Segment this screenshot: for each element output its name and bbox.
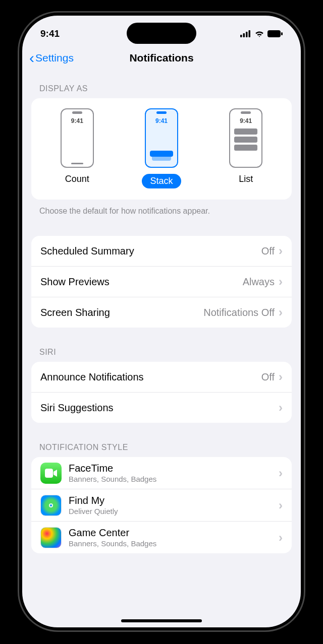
app-row-findmy[interactable]: Find My Deliver Quietly › <box>31 489 292 522</box>
dynamic-island <box>127 23 196 44</box>
findmy-icon <box>40 495 62 516</box>
count-preview-icon: 9:41 <box>61 108 94 168</box>
facetime-icon <box>40 463 62 484</box>
display-as-header: DISPLAY AS <box>39 84 292 93</box>
row-siri-suggestions[interactable]: Siri Suggestions › <box>31 393 292 423</box>
back-label: Settings <box>35 52 74 64</box>
svg-rect-5 <box>281 32 283 35</box>
cellular-icon <box>240 30 251 37</box>
row-announce-notifications[interactable]: Announce Notifications Off › <box>31 362 292 393</box>
row-scheduled-summary[interactable]: Scheduled Summary Off › <box>31 236 292 267</box>
display-option-stack[interactable]: 9:41 Stack <box>142 108 181 188</box>
back-button[interactable]: ‹ Settings <box>29 52 74 64</box>
row-value: Notifications Off <box>203 307 275 318</box>
stack-preview-icon: 9:41 <box>145 108 178 168</box>
app-name: FaceTime <box>69 462 279 475</box>
home-indicator[interactable] <box>121 619 202 622</box>
chevron-right-icon: › <box>279 370 283 384</box>
svg-rect-2 <box>246 32 248 37</box>
status-time: 9:41 <box>40 28 60 39</box>
screen: 9:41 ‹ Settings <box>22 16 301 627</box>
row-value: Off <box>261 245 275 257</box>
row-label: Show Previews <box>40 276 243 288</box>
chevron-right-icon: › <box>279 401 283 415</box>
svg-rect-3 <box>249 30 251 37</box>
app-name: Game Center <box>69 527 279 539</box>
chevron-right-icon: › <box>279 305 283 319</box>
chevron-right-icon: › <box>279 275 283 289</box>
row-label: Announce Notifications <box>40 371 261 383</box>
option-label-count: Count <box>65 174 89 184</box>
gamecenter-icon <box>40 527 62 548</box>
display-footer: Choose the default for how notifications… <box>39 207 284 216</box>
chevron-right-icon: › <box>279 244 283 258</box>
app-sub: Deliver Quietly <box>69 507 279 516</box>
row-show-previews[interactable]: Show Previews Always › <box>31 267 292 297</box>
row-label: Siri Suggestions <box>40 402 275 414</box>
chevron-left-icon: ‹ <box>29 53 34 63</box>
app-sub: Banners, Sounds, Badges <box>69 539 279 548</box>
svg-rect-0 <box>240 35 242 37</box>
svg-rect-6 <box>45 469 53 478</box>
list-preview-icon: 9:41 <box>229 108 262 168</box>
display-option-list[interactable]: 9:41 List <box>229 108 262 188</box>
siri-header: SIRI <box>39 348 292 357</box>
svg-point-8 <box>50 504 52 506</box>
row-label: Screen Sharing <box>40 307 203 318</box>
phone-frame: 9:41 ‹ Settings <box>12 5 311 638</box>
chevron-right-icon: › <box>279 498 283 512</box>
row-value: Always <box>243 276 275 288</box>
battery-icon <box>267 30 283 37</box>
chevron-right-icon: › <box>279 531 283 545</box>
svg-rect-4 <box>267 30 281 37</box>
option-label-list: List <box>239 174 253 184</box>
wifi-icon <box>254 30 264 37</box>
app-sub: Banners, Sounds, Badges <box>69 475 279 484</box>
navigation-bar: ‹ Settings Notifications <box>22 46 301 74</box>
row-label: Scheduled Summary <box>40 245 261 257</box>
app-row-gamecenter[interactable]: Game Center Banners, Sounds, Badges › <box>31 522 292 553</box>
row-screen-sharing[interactable]: Screen Sharing Notifications Off › <box>31 297 292 328</box>
option-label-stack: Stack <box>142 174 181 188</box>
notification-style-header: NOTIFICATION STYLE <box>39 443 292 452</box>
row-value: Off <box>261 371 275 383</box>
svg-rect-1 <box>243 33 245 37</box>
chevron-right-icon: › <box>279 466 283 480</box>
app-row-facetime[interactable]: FaceTime Banners, Sounds, Badges › <box>31 457 292 489</box>
display-option-count[interactable]: 9:41 Count <box>61 108 94 188</box>
app-name: Find My <box>69 494 279 507</box>
page-title: Notifications <box>129 52 193 64</box>
